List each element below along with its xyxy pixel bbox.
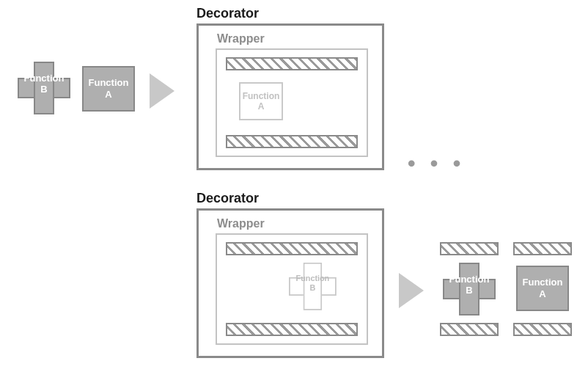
top-wrapper-title: Wrapper [217, 32, 265, 45]
top-wrapper-bottom-bar [226, 135, 358, 148]
out-function-a-box: Function A [516, 266, 569, 311]
bottom-inner-function-b-cross: Function B [289, 263, 337, 310]
bottom-wrapper-title: Wrapper [217, 217, 265, 230]
bottom-decorator-title: Decorator [196, 191, 259, 206]
out-a-top-bar [513, 242, 572, 255]
out-function-b-label: Function B [443, 274, 496, 296]
input-function-a-label: Function A [89, 77, 129, 100]
top-wrapper-top-bar [226, 57, 358, 70]
arrow-out-bottom-decorator [399, 273, 424, 308]
input-function-b-cross: Function B [18, 62, 70, 114]
top-decorator-title: Decorator [196, 6, 259, 21]
bottom-wrapper-bottom-bar [226, 323, 358, 336]
bottom-wrapper-top-bar [226, 242, 358, 255]
input-function-a-box: Function A [82, 66, 135, 112]
top-inner-function-a-label: Function A [243, 91, 280, 112]
out-function-a-label: Function A [523, 277, 563, 299]
out-function-b-cross: Function B [443, 263, 496, 315]
bottom-inner-function-b-label: Function B [289, 274, 337, 293]
top-inner-function-a-box: Function A [239, 82, 283, 120]
input-function-b-label: Function B [18, 73, 70, 95]
out-b-bottom-bar [440, 323, 499, 336]
out-a-bottom-bar [513, 323, 572, 336]
out-b-top-bar [440, 242, 499, 255]
arrow-into-top-decorator [150, 73, 174, 109]
ellipsis-dots: • • • [408, 151, 465, 176]
